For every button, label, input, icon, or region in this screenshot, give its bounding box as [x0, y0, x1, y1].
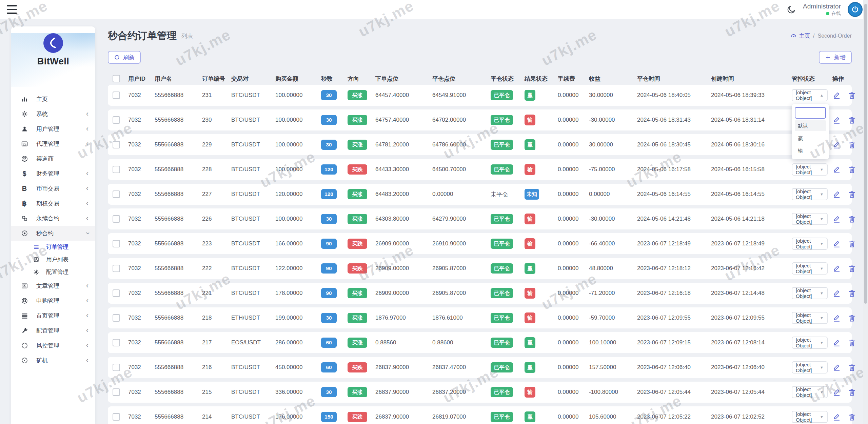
dropdown-option[interactable]: 默认	[795, 120, 826, 131]
sidebar-item-秒合约[interactable]: 秒合约 ‹	[11, 226, 95, 241]
sidebar-subitem-用户列表[interactable]: 用户列表	[11, 253, 95, 266]
row-checkbox[interactable]	[113, 116, 120, 124]
control-select[interactable]: [object Object] ▼	[792, 213, 828, 225]
delete-button[interactable]	[847, 190, 856, 199]
row-checkbox[interactable]	[113, 413, 120, 421]
edit-button[interactable]	[832, 190, 842, 199]
control-select-value: [object Object]	[796, 188, 820, 200]
row-checkbox[interactable]	[113, 289, 120, 297]
edit-button[interactable]	[832, 215, 842, 224]
control-select[interactable]: [object Object] ▼	[792, 163, 828, 176]
sidebar-item-财务管理[interactable]: $ 财务管理 ‹	[11, 166, 95, 181]
delete-button[interactable]	[847, 91, 856, 100]
control-select[interactable]: [object Object] ▼	[792, 411, 828, 423]
seconds-badge: 120	[321, 189, 337, 199]
breadcrumb-home-link[interactable]: 主页	[790, 33, 810, 40]
cell-profit: -30.00000	[589, 216, 615, 222]
control-select[interactable]: [object Object] ▲	[792, 89, 828, 101]
control-select[interactable]: [object Object] ▼	[792, 386, 828, 398]
control-select[interactable]: [object Object] ▼	[792, 238, 828, 250]
sidebar-item-币币交易[interactable]: B 币币交易 ‹	[11, 181, 95, 196]
edit-button[interactable]	[832, 239, 842, 248]
sidebar-item-申购管理[interactable]: 申购管理 ‹	[11, 293, 95, 308]
edit-button[interactable]	[832, 140, 842, 149]
edit-button[interactable]	[832, 388, 842, 397]
sidebar-item-矿机[interactable]: 矿机 ‹	[11, 353, 95, 368]
delete-button[interactable]	[847, 363, 856, 372]
edit-button[interactable]	[832, 91, 842, 100]
avatar[interactable]	[848, 2, 863, 17]
dropdown-option[interactable]: 赢	[795, 133, 826, 144]
edit-button[interactable]	[832, 165, 842, 174]
sidebar-item-文章管理[interactable]: 文章管理 ‹	[11, 278, 95, 293]
sidebar-item-主页[interactable]: 主页	[11, 92, 95, 106]
row-checkbox[interactable]	[113, 314, 120, 322]
control-select[interactable]: [object Object] ▼	[792, 312, 828, 324]
close-status-badge: 已平仓	[491, 90, 513, 100]
refresh-button[interactable]: 刷新	[108, 51, 141, 64]
sidebar-subitem-订单管理[interactable]: 订单管理	[11, 241, 95, 253]
edit-button[interactable]	[832, 412, 842, 422]
cell-fee: 0.00000	[558, 339, 578, 346]
cell-close-point: 1876.61000	[432, 315, 463, 321]
row-checkbox[interactable]	[113, 240, 120, 247]
sidebar-item-永续合约[interactable]: 永续合约 ‹	[11, 211, 95, 226]
dark-mode-moon-icon[interactable]	[787, 5, 796, 14]
row-checkbox[interactable]	[113, 388, 120, 396]
control-select[interactable]: [object Object] ▼	[792, 262, 828, 275]
scrollbar[interactable]	[863, 0, 868, 424]
row-checkbox[interactable]	[113, 339, 120, 346]
delete-button[interactable]	[847, 239, 856, 248]
menu-item-label: 主页	[36, 95, 48, 103]
sidebar-item-系统[interactable]: 系统 ‹	[11, 106, 95, 121]
sidebar-item-代理管理[interactable]: 代理管理 ‹	[11, 136, 95, 151]
delete-button[interactable]	[847, 140, 856, 149]
delete-button[interactable]	[847, 412, 856, 422]
delete-button[interactable]	[847, 314, 856, 323]
menu-item-label: 申购管理	[36, 297, 59, 305]
sidebar-item-首页管理[interactable]: 首页管理 ‹	[11, 308, 95, 323]
pencil-icon	[832, 239, 842, 248]
edit-button[interactable]	[832, 338, 842, 347]
edit-button[interactable]	[832, 116, 842, 125]
chevron-icon: ‹	[86, 185, 88, 192]
row-checkbox[interactable]	[113, 166, 120, 173]
sidebar-item-期权交易[interactable]: ฿ 期权交易 ‹	[11, 196, 95, 211]
sidebar-item-配置管理[interactable]: 配置管理 ‹	[11, 323, 95, 338]
row-checkbox[interactable]	[113, 265, 120, 272]
control-select[interactable]: [object Object] ▼	[792, 287, 828, 299]
row-checkbox[interactable]	[113, 364, 120, 371]
edit-button[interactable]	[832, 264, 842, 273]
select-all-checkbox[interactable]	[113, 75, 120, 82]
delete-button[interactable]	[847, 116, 856, 125]
delete-button[interactable]	[847, 338, 856, 347]
delete-button[interactable]	[847, 215, 856, 224]
scrollbar-thumb[interactable]	[864, 4, 867, 304]
control-select[interactable]: [object Object] ▼	[792, 188, 828, 200]
control-select[interactable]: [object Object] ▼	[792, 337, 828, 349]
edit-button[interactable]	[832, 314, 842, 323]
delete-button[interactable]	[847, 165, 856, 174]
row-checkbox[interactable]	[113, 215, 120, 223]
add-button[interactable]: 新增	[819, 51, 852, 64]
delete-button[interactable]	[847, 264, 856, 273]
row-checkbox[interactable]	[113, 92, 120, 99]
sidebar-item-风控管理[interactable]: 风控管理 ‹	[11, 338, 95, 353]
row-checkbox[interactable]	[113, 190, 120, 198]
delete-button[interactable]	[847, 289, 856, 298]
trash-icon	[847, 363, 856, 372]
control-select[interactable]: [object Object] ▼	[792, 361, 828, 373]
cell-amount: 100.00000	[275, 141, 302, 148]
edit-button[interactable]	[832, 363, 842, 372]
edit-button[interactable]	[832, 289, 842, 298]
dropdown-option[interactable]: 输	[795, 145, 826, 156]
row-checkbox[interactable]	[113, 141, 120, 148]
hamburger-menu-icon[interactable]	[7, 5, 17, 14]
sidebar-subitem-配置管理[interactable]: 配置管理	[11, 266, 95, 278]
sidebar-item-渠道商[interactable]: 渠道商	[11, 151, 95, 166]
delete-button[interactable]	[847, 388, 856, 397]
cell-pair: BTC/USDT	[231, 389, 260, 396]
sidebar-item-用户管理[interactable]: 用户管理 ‹	[11, 121, 95, 136]
dropdown-search-input[interactable]	[795, 107, 826, 119]
user-info[interactable]: Administrator 在线	[803, 2, 841, 16]
